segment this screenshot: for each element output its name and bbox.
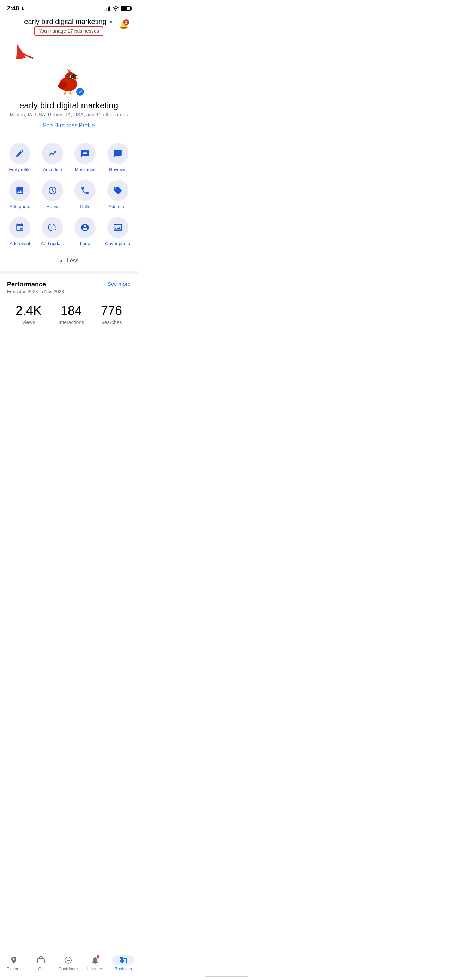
add-photo-label: Add photo <box>10 204 30 210</box>
hours-label: Hours <box>46 204 59 210</box>
see-more-link[interactable]: See more <box>108 281 130 287</box>
wifi-icon <box>113 6 119 11</box>
edit-profile-label: Edit profile <box>9 167 31 173</box>
header-business-name[interactable]: early bird digital marketing ▼ <box>24 18 113 26</box>
chevron-up-icon: ▲ <box>59 258 64 264</box>
see-profile-link[interactable]: See Business Profile <box>43 123 95 129</box>
red-arrow-icon <box>11 40 39 59</box>
chevron-down-icon: ▼ <box>109 19 114 25</box>
logo-button[interactable]: Logo <box>71 217 99 247</box>
notification-badge: 2 <box>124 19 129 25</box>
views-stat: 2.4K Views <box>16 303 41 325</box>
svg-line-12 <box>76 75 78 76</box>
advertise-button[interactable]: Advertise <box>38 143 67 173</box>
annotation-arrow <box>0 40 138 61</box>
svg-point-0 <box>115 10 116 11</box>
notification-button[interactable]: 🔔 2 <box>116 18 130 32</box>
messages-button[interactable]: Messages <box>71 143 99 173</box>
svg-line-18 <box>71 94 72 95</box>
status-icons <box>104 6 130 11</box>
interactions-value: 184 <box>61 303 82 318</box>
manage-badge: You manage 17 businesses <box>34 27 103 36</box>
advertise-label: Advertise <box>43 167 62 173</box>
logo-label: Logo <box>80 241 90 247</box>
searches-label: Searches <box>101 320 122 325</box>
add-offer-label: Add offer <box>108 204 127 210</box>
add-update-label: Add update <box>41 241 64 247</box>
add-offer-button[interactable]: Add offer <box>104 180 132 210</box>
reviews-button[interactable]: Reviews <box>104 143 132 173</box>
action-grid: Edit profile Advertise Messages Reviews <box>0 143 138 247</box>
header: early bird digital marketing ▼ You manag… <box>0 15 138 40</box>
views-value: 2.4K <box>16 303 41 318</box>
section-divider <box>0 271 138 274</box>
performance-section: Performance From Jun 2023 to Nov 2023 Se… <box>0 274 138 336</box>
profile-section: early bird digital marketing Marion, IA,… <box>0 61 138 143</box>
add-photo-button[interactable]: Add photo <box>6 180 34 210</box>
cover-photo-button[interactable]: Cover photo <box>104 217 132 247</box>
bell-icon: 🔔 2 <box>119 20 129 29</box>
calls-button[interactable]: Calls <box>71 180 99 210</box>
add-event-label: Add event <box>10 241 30 247</box>
performance-header: Performance From Jun 2023 to Nov 2023 Se… <box>7 281 130 294</box>
verified-badge <box>75 87 85 96</box>
status-bar: 2:48 <box>0 0 138 15</box>
cover-photo-label: Cover photo <box>105 241 130 247</box>
business-profile-name: early bird digital marketing <box>19 100 118 110</box>
add-update-button[interactable]: Add update <box>38 217 67 247</box>
svg-line-13 <box>65 91 66 94</box>
messages-label: Messages <box>75 167 95 173</box>
performance-date: From Jun 2023 to Nov 2023 <box>7 289 64 294</box>
status-time: 2:48 <box>7 5 25 12</box>
add-event-button[interactable]: Add event <box>6 217 34 247</box>
edit-profile-button[interactable]: Edit profile <box>6 143 34 173</box>
hours-button[interactable]: Hours <box>38 180 67 210</box>
stats-row: 2.4K Views 184 Interactions 776 Searches <box>7 300 130 329</box>
less-button[interactable]: ▲ Less <box>0 254 138 271</box>
searches-value: 776 <box>101 303 122 318</box>
reviews-label: Reviews <box>109 167 126 173</box>
performance-title: Performance <box>7 281 64 288</box>
interactions-label: Interactions <box>59 320 84 325</box>
calls-label: Calls <box>80 204 90 210</box>
avatar-container <box>53 65 85 96</box>
searches-stat: 776 Searches <box>101 303 122 325</box>
action-row-1: Edit profile Advertise Messages Reviews <box>3 143 134 173</box>
interactions-stat: 184 Interactions <box>59 303 84 325</box>
business-location: Marion, IA, USA, Robins, IA, USA, and 10… <box>10 112 128 118</box>
views-label: Views <box>22 320 35 325</box>
signal-icon <box>104 6 110 11</box>
battery-icon <box>121 6 130 11</box>
action-row-2: Add photo Hours Calls Add offer <box>3 180 134 210</box>
action-row-3: Add event Add update Logo Cover photo <box>3 217 134 247</box>
